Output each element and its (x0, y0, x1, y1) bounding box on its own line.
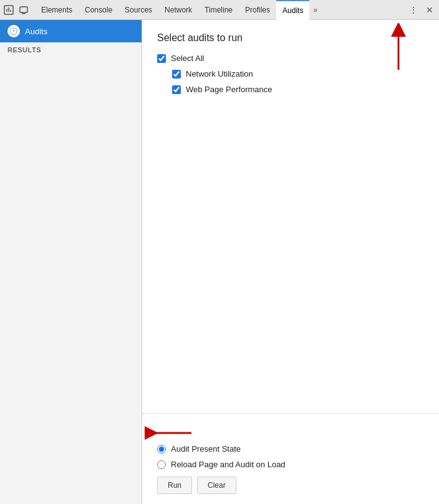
toolbar-icons (2, 4, 30, 16)
tab-actions: ⋮ ✕ (407, 3, 437, 17)
tab-bar: Elements Console Sources Network Timelin… (0, 0, 439, 20)
tab-timeline[interactable]: Timeline (198, 0, 239, 20)
action-buttons: Run Clear (157, 477, 424, 494)
tab-audits[interactable]: Audits (276, 0, 309, 20)
menu-button[interactable]: ⋮ (407, 3, 420, 17)
audit-options: Network Utilization Web Page Performance (172, 69, 424, 94)
select-all-label[interactable]: Select All (171, 54, 204, 63)
sidebar-audits-label: Audits (25, 27, 47, 36)
web-page-performance-checkbox[interactable] (172, 85, 181, 94)
reload-page-label[interactable]: Reload Page and Audit on Load (171, 460, 286, 469)
network-utilization-checkbox[interactable] (172, 70, 181, 78)
web-page-performance-row: Web Page Performance (172, 85, 424, 94)
audit-present-radio[interactable] (157, 445, 166, 454)
close-devtools-button[interactable]: ✕ (423, 3, 437, 17)
select-all-checkbox[interactable] (157, 54, 166, 63)
tab-network[interactable]: Network (158, 0, 198, 20)
tab-sources[interactable]: Sources (118, 0, 158, 20)
tab-profiles[interactable]: Profiles (239, 0, 276, 20)
sidebar-results-section: RESULTS (0, 42, 142, 57)
more-tabs-button[interactable]: » (309, 0, 321, 20)
red-arrow-left-annotation (145, 424, 195, 442)
reload-page-radio[interactable] (157, 460, 166, 469)
network-utilization-row: Network Utilization (172, 69, 424, 78)
panel-title: Select audits to run (157, 32, 424, 44)
panel-content: Select audits to run Select All Network … (142, 20, 439, 413)
audit-present-label[interactable]: Audit Present State (171, 444, 241, 454)
tab-elements[interactable]: Elements (35, 0, 79, 20)
device-icon[interactable] (17, 4, 30, 16)
panel-bottom: Audit Present State Reload Page and Audi… (142, 413, 439, 504)
inspect-icon[interactable] (2, 4, 15, 16)
svg-rect-1 (20, 7, 27, 12)
sidebar-item-audits[interactable]: 🕐 Audits (0, 20, 142, 42)
web-page-performance-label[interactable]: Web Page Performance (186, 85, 273, 94)
run-button[interactable]: Run (157, 477, 192, 494)
network-utilization-label[interactable]: Network Utilization (186, 69, 253, 78)
reload-page-row: Reload Page and Audit on Load (157, 460, 424, 469)
select-all-row: Select All (157, 54, 424, 63)
audit-present-row: Audit Present State (157, 444, 424, 454)
clear-button[interactable]: Clear (197, 477, 236, 494)
sidebar: 🕐 Audits RESULTS (0, 20, 142, 504)
right-panel: Select audits to run Select All Network … (142, 20, 439, 504)
tab-console[interactable]: Console (79, 0, 118, 20)
svg-rect-2 (22, 13, 26, 14)
main-area: 🕐 Audits RESULTS Select audits to run Se… (0, 20, 439, 504)
audits-icon: 🕐 (7, 25, 20, 37)
